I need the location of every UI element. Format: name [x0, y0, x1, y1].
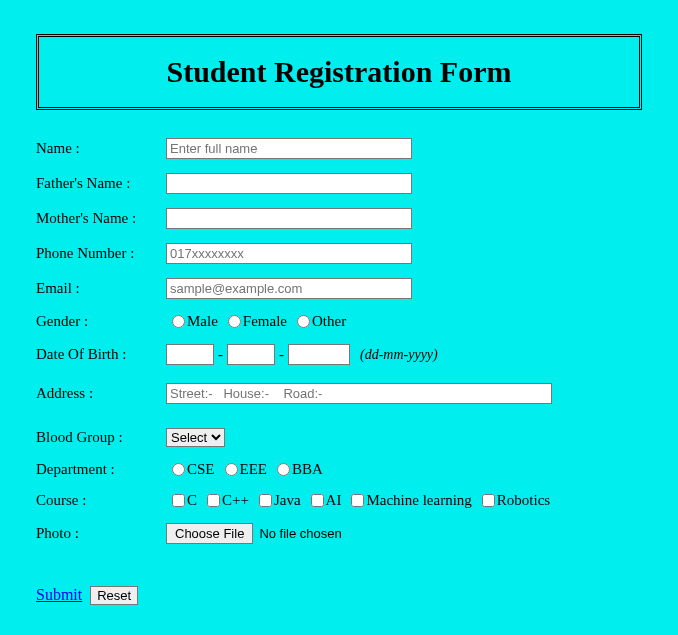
phone-input[interactable] — [166, 243, 412, 264]
course-ai-checkbox[interactable] — [311, 494, 324, 507]
course-c-checkbox[interactable] — [172, 494, 185, 507]
course-java-checkbox[interactable] — [259, 494, 272, 507]
label-gender: Gender : — [36, 313, 166, 330]
mother-name-input[interactable] — [166, 208, 412, 229]
dept-bba-radio[interactable] — [277, 463, 290, 476]
choose-file-button[interactable]: Choose File — [166, 523, 253, 544]
blood-group-select[interactable]: Select — [166, 428, 225, 447]
course-robotics-checkbox[interactable] — [482, 494, 495, 507]
gender-other-radio[interactable] — [297, 315, 310, 328]
dob-hint: (dd-mm-yyyy) — [360, 347, 438, 363]
label-address: Address : — [36, 385, 166, 402]
reset-button[interactable]: Reset — [90, 586, 138, 605]
label-photo: Photo : — [36, 525, 166, 542]
course-ai-label: AI — [326, 492, 342, 509]
label-dept: Department : — [36, 461, 166, 478]
father-name-input[interactable] — [166, 173, 412, 194]
address-input[interactable] — [166, 383, 552, 404]
dob-day-input[interactable] — [166, 344, 214, 365]
dept-eee-radio[interactable] — [225, 463, 238, 476]
gender-other-label: Other — [312, 313, 346, 330]
label-name: Name : — [36, 140, 166, 157]
course-cpp-label: C++ — [222, 492, 249, 509]
course-java-label: Java — [274, 492, 301, 509]
label-phone: Phone Number : — [36, 245, 166, 262]
dept-cse-radio[interactable] — [172, 463, 185, 476]
label-course: Course : — [36, 492, 166, 509]
gender-female-label: Female — [243, 313, 287, 330]
form-header: Student Registration Form — [36, 34, 642, 110]
label-father: Father's Name : — [36, 175, 166, 192]
name-input[interactable] — [166, 138, 412, 159]
page-title: Student Registration Form — [49, 55, 629, 89]
label-email: Email : — [36, 280, 166, 297]
submit-link[interactable]: Submit — [36, 586, 82, 603]
course-ml-checkbox[interactable] — [351, 494, 364, 507]
course-cpp-checkbox[interactable] — [207, 494, 220, 507]
gender-male-label: Male — [187, 313, 218, 330]
email-input[interactable] — [166, 278, 412, 299]
course-robotics-label: Robotics — [497, 492, 550, 509]
file-status: No file chosen — [259, 526, 341, 541]
label-dob: Date Of Birth : — [36, 346, 166, 363]
label-mother: Mother's Name : — [36, 210, 166, 227]
gender-female-radio[interactable] — [228, 315, 241, 328]
dept-bba-label: BBA — [292, 461, 323, 478]
dept-cse-label: CSE — [187, 461, 215, 478]
label-blood: Blood Group : — [36, 429, 166, 446]
dept-eee-label: EEE — [240, 461, 268, 478]
course-ml-label: Machine learning — [366, 492, 471, 509]
course-c-label: C — [187, 492, 197, 509]
dob-year-input[interactable] — [288, 344, 350, 365]
dob-sep2: - — [279, 346, 284, 363]
dob-sep1: - — [218, 346, 223, 363]
dob-month-input[interactable] — [227, 344, 275, 365]
gender-male-radio[interactable] — [172, 315, 185, 328]
